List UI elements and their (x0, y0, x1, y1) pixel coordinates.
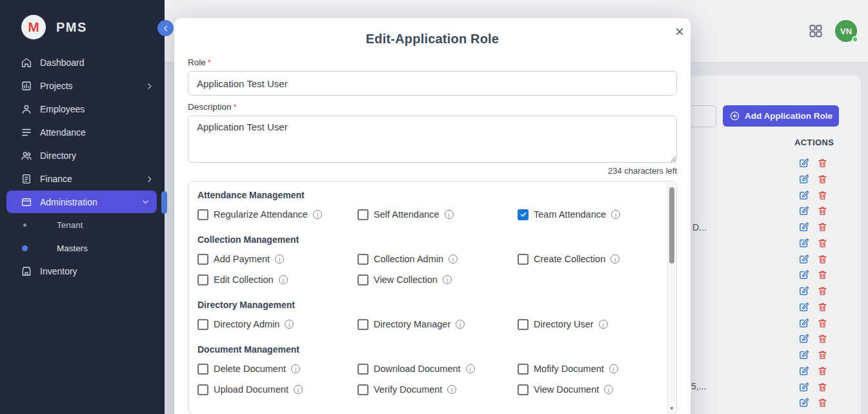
permission-directory-user: Directory Useri (518, 318, 654, 330)
permission-grid: Regularize AttendanceiSelf AttendanceiTe… (197, 209, 654, 220)
permission-view-document: View Documenti (518, 384, 654, 395)
permission-sections: Attendance ManagementRegularize Attendan… (197, 190, 654, 395)
info-icon[interactable]: i (456, 320, 465, 329)
checkbox[interactable] (518, 319, 529, 330)
checkbox[interactable] (518, 384, 529, 395)
permission-download-document: Download Documenti (358, 363, 518, 375)
permission-label: Directory Manager (374, 319, 450, 329)
info-icon[interactable]: i (443, 275, 452, 284)
permission-label: Collection Admin (374, 254, 443, 264)
permission-verify-document: Verify Documenti (358, 384, 518, 395)
permission-directory-manager: Directory Manageri (358, 318, 518, 330)
info-icon[interactable]: i (279, 275, 288, 284)
permission-view-collection: View Collectioni (358, 274, 518, 285)
close-icon[interactable]: × (675, 21, 684, 43)
checkbox[interactable] (197, 384, 208, 395)
permission-label: Upload Document (214, 384, 288, 395)
permission-label: Edit Collection (214, 274, 274, 285)
info-icon[interactable]: i (611, 210, 620, 219)
permission-grid: Add PaymentiCollection AdminiCreate Coll… (197, 253, 654, 285)
permission-create-collection: Create Collectioni (518, 253, 654, 265)
permission-self-attendance: Self Attendancei (358, 209, 518, 220)
permission-collection-admin: Collection Admini (358, 253, 518, 265)
permission-mofify-document: Mofify Documenti (518, 363, 654, 375)
info-icon[interactable]: i (599, 320, 608, 329)
info-icon[interactable]: i (447, 385, 456, 394)
permission-team-attendance: Team Attendancei (518, 209, 654, 220)
checkbox[interactable] (358, 364, 368, 375)
required-asterisk: * (234, 102, 237, 112)
checkbox[interactable] (197, 274, 208, 285)
permission-regularize-attendance: Regularize Attendancei (197, 209, 358, 220)
info-icon[interactable]: i (275, 254, 284, 264)
permission-label: View Collection (374, 274, 438, 285)
permission-label: Mofify Document (534, 364, 604, 374)
checkbox[interactable] (197, 319, 208, 330)
scroll-down-icon[interactable]: ▼ (668, 406, 676, 411)
permission-grid: Directory AdminiDirectory ManageriDirect… (197, 318, 654, 330)
permission-label: Regularize Attendance (214, 209, 308, 220)
info-icon[interactable]: i (291, 364, 300, 373)
required-asterisk: * (208, 57, 211, 67)
info-icon[interactable]: i (285, 320, 294, 329)
info-icon[interactable]: i (466, 364, 475, 373)
characters-left-counter: 234 characters left (188, 166, 677, 176)
permission-section-title: Directory Management (197, 300, 654, 310)
permission-upload-document: Upload Documenti (197, 384, 358, 395)
checkbox[interactable] (358, 274, 368, 285)
info-icon[interactable]: i (445, 210, 454, 219)
permission-label: Self Attendance (374, 209, 439, 220)
scrollbar-track[interactable]: ▼ (667, 182, 676, 413)
info-icon[interactable]: i (609, 364, 618, 373)
permission-section-title: Attendance Management (197, 190, 654, 200)
checkbox[interactable] (197, 209, 208, 220)
edit-application-role-modal: × Edit-Application Role Role* Descriptio… (174, 18, 691, 414)
description-textarea[interactable]: Application Test User (188, 116, 677, 163)
info-icon[interactable]: i (611, 254, 620, 264)
description-label: Description* (188, 102, 677, 112)
checkbox[interactable] (518, 254, 529, 265)
permissions-panel: Attendance ManagementRegularize Attendan… (188, 181, 677, 414)
checkbox[interactable] (197, 254, 208, 265)
info-icon[interactable]: i (294, 385, 303, 394)
permission-label: Directory Admin (214, 319, 279, 329)
checkbox[interactable] (358, 319, 368, 330)
checkbox[interactable] (358, 254, 368, 265)
permission-directory-admin: Directory Admini (197, 318, 358, 330)
checkbox[interactable] (518, 364, 529, 375)
modal-title: Edit-Application Role (188, 18, 677, 47)
info-icon[interactable]: i (313, 210, 322, 219)
info-icon[interactable]: i (604, 385, 613, 394)
checkbox[interactable] (358, 384, 368, 395)
permission-grid: Delete DocumentiDownload DocumentiMofify… (197, 363, 654, 395)
permission-label: Add Payment (214, 254, 270, 264)
permission-edit-collection: Edit Collectioni (197, 274, 358, 285)
permission-add-payment: Add Paymenti (197, 253, 358, 265)
permission-label: Team Attendance (534, 209, 606, 220)
checkbox[interactable] (197, 364, 208, 375)
permission-label: Delete Document (214, 364, 286, 374)
permission-delete-document: Delete Documenti (197, 363, 358, 375)
info-icon[interactable]: i (449, 254, 458, 264)
checkbox[interactable] (518, 209, 529, 220)
permission-label: Directory User (534, 319, 594, 329)
role-input[interactable] (188, 71, 677, 96)
scrollbar-thumb[interactable] (669, 187, 674, 264)
permission-section-title: Document Management (197, 344, 654, 355)
role-label: Role* (188, 57, 677, 67)
permission-label: Create Collection (534, 254, 605, 264)
permission-section-title: Collection Management (197, 234, 654, 245)
permission-label: Verify Document (374, 384, 442, 395)
checkbox[interactable] (358, 209, 368, 220)
permission-label: View Document (534, 384, 599, 395)
permission-label: Download Document (374, 364, 461, 374)
